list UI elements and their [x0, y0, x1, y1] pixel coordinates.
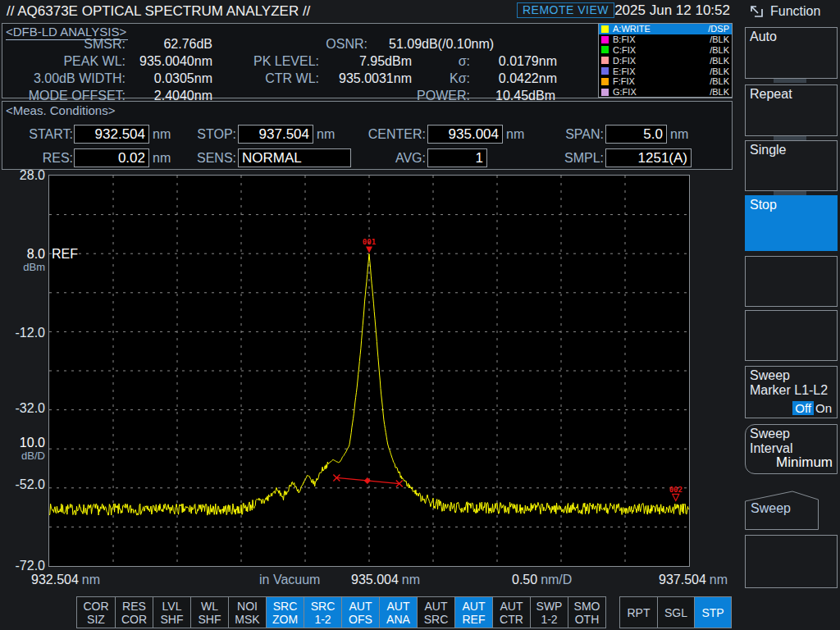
function-icon [749, 4, 765, 19]
svg-text:001: 001 [363, 238, 376, 246]
toolbar-button-aut-ofs[interactable]: AUTOFS [341, 597, 379, 628]
remote-view-badge: REMOTE VIEW [517, 2, 614, 18]
toolbar-button-sgl[interactable]: SGL [657, 597, 694, 628]
x-label-start: 932.504nm [31, 573, 100, 587]
avg-input[interactable] [427, 148, 487, 167]
toolbar-button-aut-ctr[interactable]: AUTCTR [492, 597, 530, 628]
toolbar-button-swp-1-2[interactable]: SWP1-2 [530, 597, 568, 628]
trace-row-C[interactable]: C:FIX/BLK [599, 45, 732, 56]
toolbar-button-line2: REF [463, 613, 486, 626]
sweep-tab-label: Sweep [751, 501, 791, 516]
meas-conditions-heading: <Meas. Conditions> [6, 103, 115, 117]
toolbar-button-line2: 1-2 [314, 613, 331, 626]
smpl-label: SMPL: [538, 151, 604, 166]
y-tick-28: 28.0 [0, 168, 45, 183]
sweep-tab[interactable]: Sweep [745, 491, 819, 530]
svg-text:002: 002 [669, 486, 682, 494]
toolbar-button-stp[interactable]: STP [694, 597, 731, 628]
sidebar-blank-button[interactable] [745, 535, 838, 588]
trace-name: C:FIX [613, 45, 710, 55]
k-sigma-label: Kσ: [388, 71, 470, 86]
toolbar-button-line1: AUT [387, 600, 410, 613]
ctr-wl-label: CTR WL: [196, 71, 319, 86]
function-header-label: Function [770, 4, 820, 19]
trace-row-F[interactable]: F:FIX/BLK [599, 76, 732, 87]
trace-color-swatch [601, 46, 609, 53]
trace-color-swatch [601, 67, 609, 75]
pk-level-label: PK LEVEL: [196, 54, 319, 69]
span-input[interactable] [605, 125, 667, 144]
sidebar-button-blank-4[interactable] [745, 256, 838, 307]
sweep-marker-l1-l2-button[interactable]: Sweep Marker L1-L2 OffOn [745, 366, 838, 418]
sidebar-button-auto[interactable]: Auto [745, 27, 838, 79]
sens-input[interactable] [238, 148, 351, 167]
toolbar-button-src-zom[interactable]: SRCZOM [266, 597, 304, 628]
center-input[interactable] [427, 125, 503, 144]
toolbar-button-line2: ANA [386, 613, 410, 626]
sidebar-notch [774, 136, 806, 140]
toolbar-button-res-cor[interactable]: RESCOR [115, 597, 153, 628]
trace-color-swatch [601, 25, 609, 33]
trace-status: /BLK [710, 56, 729, 66]
trace-row-B[interactable]: B:FIX/BLK [599, 34, 732, 45]
trace-status: /BLK [710, 87, 729, 97]
title-bar: // AQ6373E OPTICAL SPECTRUM ANALYZER // … [0, 0, 742, 22]
stop-unit: nm [317, 127, 335, 142]
sigma-value: 0.0179nm [475, 54, 557, 69]
toolbar-button-src-1-2[interactable]: SRC1-2 [304, 597, 341, 628]
y-tick-m72: -72.0 [0, 559, 45, 573]
trace-row-D[interactable]: D:FIX/BLK [599, 55, 732, 66]
toolbar-button-line1: SRC [311, 600, 336, 613]
sweep-marker-on-toggle[interactable]: On [814, 401, 833, 415]
x-label-center: 935.004nm [351, 573, 420, 587]
trace-row-E[interactable]: E:FIX/BLK [599, 66, 732, 76]
toolbar-button-aut-src[interactable]: AUTSRC [417, 597, 454, 628]
sweep-interval-button[interactable]: Sweep Interval Minimum [745, 424, 838, 474]
stop-input[interactable] [238, 125, 313, 144]
toolbar-button-smo-oth[interactable]: SMOOTH [568, 597, 605, 628]
toolbar-button-line1: RES [122, 600, 146, 613]
spectrum-plot-area[interactable]: 001002 [48, 175, 690, 567]
toolbar-button-line1: SWP [536, 600, 563, 613]
center-unit: nm [506, 127, 524, 142]
trace-name: F:FIX [613, 76, 710, 86]
toolbar-button-line2: SIZ [87, 613, 105, 626]
toolbar-button-rpt[interactable]: RPT [620, 597, 657, 628]
sidebar-button-blank-5[interactable] [745, 310, 838, 361]
toolbar-button-line1: AUT [463, 600, 486, 613]
sidebar-button-stop[interactable]: Stop [745, 195, 838, 251]
toolbar-button-aut-ana[interactable]: AUTANA [379, 597, 417, 628]
osnr-label: OSNR: [244, 37, 368, 52]
res-input[interactable] [74, 148, 149, 167]
trace-name: B:FIX [613, 34, 710, 44]
sidebar-button-single[interactable]: Single [745, 140, 838, 191]
trace-name: G:FIX [613, 87, 710, 97]
toolbar-button-line1: SGL [664, 606, 687, 619]
sweep-marker-off-toggle[interactable]: Off [792, 401, 814, 415]
x-label-vacuum: in Vacuum [259, 573, 320, 587]
toolbar-button-line2: SHF [199, 613, 221, 626]
trace-row-A[interactable]: A:WRITE/DSP [599, 24, 732, 34]
smsr-label: SMSR: [2, 37, 126, 52]
toolbar-button-aut-ref[interactable]: AUTREF [454, 597, 492, 628]
toolbar-button-line1: WL [201, 600, 218, 613]
start-unit: nm [153, 127, 171, 142]
toolbar-button-wl-shf[interactable]: WLSHF [190, 597, 228, 628]
y-scale-value: 10.0 [0, 436, 45, 450]
smpl-input[interactable] [605, 148, 692, 167]
span-unit: nm [670, 127, 688, 142]
toolbar-button-noi-msk[interactable]: NOIMSK [228, 597, 266, 628]
y-unit-dbm: dBm [0, 261, 45, 273]
smsr-value: 62.76dB [130, 37, 212, 52]
trace-row-G[interactable]: G:FIX/BLK [599, 87, 732, 98]
trace-color-swatch [601, 89, 609, 96]
start-input[interactable] [74, 125, 149, 144]
toolbar-button-cor-siz[interactable]: CORSIZ [77, 597, 115, 628]
toolbar-button-line1: AUT [425, 600, 448, 613]
function-sidebar: Function AutoRepeatSingleStop Sweep Mark… [742, 0, 840, 630]
sidebar-button-repeat[interactable]: Repeat [745, 84, 838, 136]
toolbar-button-lvl-shf[interactable]: LVLSHF [153, 597, 190, 628]
y-tick-m12: -12.0 [0, 326, 45, 340]
sweep-marker-line1: Sweep [750, 368, 833, 383]
k-sigma-value: 0.0422nm [475, 71, 557, 86]
